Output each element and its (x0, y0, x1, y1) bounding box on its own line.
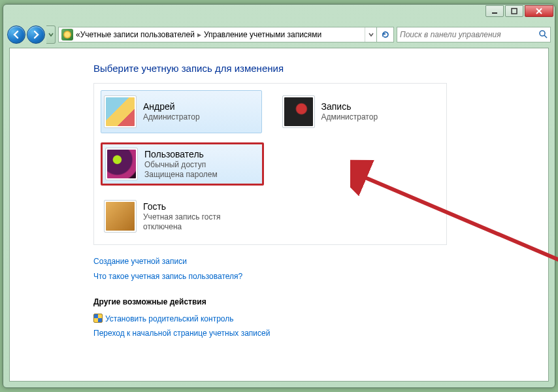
link-accounts-home[interactable]: Переход к начальной странице учетных зап… (93, 326, 548, 341)
svg-point-2 (540, 31, 545, 36)
breadcrumb-1[interactable]: Учетные записи пользователей (80, 30, 195, 39)
avatar (105, 148, 138, 180)
avatar (104, 200, 137, 233)
other-actions-header: Другие возможные действия (93, 297, 548, 306)
client-area: Выберите учетную запись для изменения Ан… (9, 48, 549, 382)
account-role: Учетная запись гостя отключена (143, 212, 261, 232)
forward-button[interactable] (27, 25, 45, 44)
back-button[interactable] (7, 25, 25, 44)
svg-line-3 (544, 35, 547, 38)
account-role: Обычный доступ (144, 160, 218, 170)
titlebar (3, 5, 555, 23)
shield-icon (93, 314, 103, 323)
account-name: Андрей (143, 101, 200, 112)
account-name: Запись (321, 101, 378, 112)
svg-rect-1 (512, 8, 517, 14)
account-name: Гость (143, 201, 261, 212)
account-role: Администратор (143, 112, 200, 122)
account-role: Администратор (321, 112, 378, 122)
content: Выберите учетную запись для изменения Ан… (10, 48, 548, 341)
svg-rect-0 (492, 12, 497, 14)
search-icon (538, 29, 548, 41)
links-block: Создание учетной записи Что такое учетна… (93, 254, 548, 284)
avatar (104, 95, 137, 128)
account-guest[interactable]: Гость Учетная запись гостя отключена (101, 195, 264, 238)
chevron-right-icon: ▸ (197, 30, 201, 39)
search-input[interactable] (400, 30, 538, 39)
address-dropdown[interactable] (365, 27, 376, 42)
window-frame: « Учетные записи пользователей ▸ Управле… (3, 4, 555, 388)
account-andrey[interactable]: Андрей Администратор (101, 90, 262, 133)
breadcrumb-2[interactable]: Управление учетными записями (204, 30, 321, 39)
maximize-button[interactable] (505, 5, 523, 17)
link-parental-controls[interactable]: Установить родительский контроль (93, 312, 548, 327)
address-bar[interactable]: « Учетные записи пользователей ▸ Управле… (58, 27, 377, 42)
account-extra: Защищена паролем (144, 170, 218, 180)
accounts-panel: Андрей Администратор Запись Администрато… (93, 83, 447, 245)
breadcrumb-prefix: « (76, 30, 80, 39)
account-name: Пользователь (144, 149, 218, 159)
control-panel-icon (61, 29, 73, 41)
link-create-account[interactable]: Создание учетной записи (93, 254, 548, 269)
refresh-button[interactable] (377, 27, 394, 42)
account-zapis[interactable]: Запись Администратор (279, 90, 440, 133)
account-user[interactable]: Пользователь Обычный доступ Защищена пар… (101, 142, 264, 186)
nav-history-button[interactable] (46, 25, 56, 44)
page-heading: Выберите учетную запись для изменения (93, 63, 548, 74)
nav-row: « Учетные записи пользователей ▸ Управле… (7, 24, 551, 45)
minimize-button[interactable] (485, 5, 504, 17)
avatar (282, 95, 315, 128)
link-what-is-account[interactable]: Что такое учетная запись пользователя? (93, 269, 548, 284)
search-box[interactable] (397, 27, 551, 42)
close-button[interactable] (525, 5, 553, 17)
